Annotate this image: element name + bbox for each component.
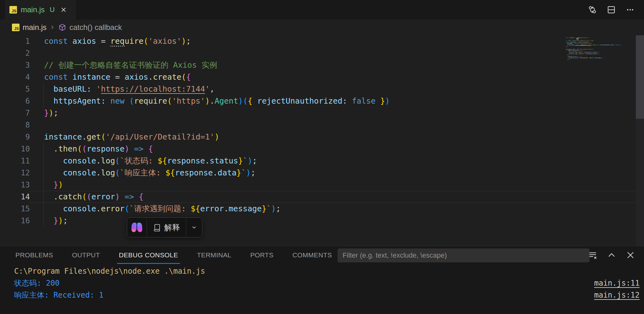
code-line[interactable]: 1const axios = require('axios'); <box>0 35 644 47</box>
line-number[interactable]: 5 <box>0 83 30 95</box>
line-number[interactable]: 7 <box>0 107 30 119</box>
code-text: baseURL: 'https://localhost:7144', <box>44 83 215 95</box>
close-panel-icon[interactable] <box>625 250 636 260</box>
compare-changes-icon[interactable] <box>587 5 597 15</box>
code-text: }); <box>44 107 58 119</box>
editor-scrollbar[interactable] <box>636 35 644 246</box>
line-number[interactable]: 6 <box>0 95 30 107</box>
close-tab-icon[interactable] <box>60 7 67 13</box>
chevron-right-icon: › <box>51 22 54 32</box>
panel-tab-debug-console[interactable]: DEBUG CONSOLE <box>117 246 180 264</box>
clear-console-icon[interactable] <box>587 250 598 260</box>
code-line[interactable]: 4const instance = axios.create({ <box>0 71 644 83</box>
console-row: 状态码: 200main.js:11 <box>0 277 644 289</box>
panel-tab-problems[interactable]: PROBLEMS <box>14 246 55 264</box>
code-line[interactable]: 11 console.log(`状态码: ${response.status}`… <box>0 155 644 167</box>
code-line[interactable]: 2 <box>0 47 644 59</box>
code-text: .then((response) => { <box>44 143 153 155</box>
source-link[interactable]: main.js:11 <box>594 277 640 289</box>
code-text: }); <box>44 215 68 227</box>
editor-actions <box>587 0 635 20</box>
ai-inline-toolbar: 解释 <box>127 217 202 237</box>
tab-label: main.js <box>21 5 45 14</box>
code-line[interactable]: 16 }); <box>0 215 644 227</box>
code-text: console.log(`状态码: ${response.status}`); <box>44 155 257 167</box>
breadcrumb-symbol[interactable]: catch() callback <box>70 23 122 32</box>
code-text: const instance = axios.create({ <box>44 71 191 83</box>
console-row: C:\Program Files\nodejs\node.exe .\main.… <box>0 265 644 277</box>
panel-tab-terminal[interactable]: TERMINAL <box>195 246 233 264</box>
panel-tabs: PROBLEMSOUTPUTDEBUG CONSOLETERMINALPORTS… <box>14 246 334 264</box>
code-line[interactable]: 13 }) <box>0 179 644 191</box>
code-line[interactable]: 10 .then((response) => { <box>0 143 644 155</box>
vscode-window: JS main.js U <box>0 0 644 314</box>
more-actions-icon[interactable] <box>625 5 635 15</box>
line-number[interactable]: 14 <box>0 191 30 203</box>
line-number[interactable]: 8 <box>0 119 30 131</box>
line-number[interactable]: 15 <box>0 203 30 215</box>
ai-brain-button[interactable] <box>127 218 147 237</box>
code-line[interactable]: 8 <box>0 119 644 131</box>
line-number[interactable]: 10 <box>0 143 30 155</box>
debug-console-output: C:\Program Files\nodejs\node.exe .\main.… <box>0 265 644 301</box>
split-editor-icon[interactable] <box>606 5 616 15</box>
line-number[interactable]: 4 <box>0 71 30 83</box>
source-link[interactable]: main.js:12 <box>594 289 640 301</box>
line-number[interactable]: 16 <box>0 215 30 227</box>
bottom-panel: PROBLEMSOUTPUTDEBUG CONSOLETERMINALPORTS… <box>0 246 644 314</box>
line-number[interactable]: 3 <box>0 59 30 71</box>
book-icon <box>153 223 161 231</box>
line-number[interactable]: 1 <box>0 35 30 47</box>
panel-actions <box>587 246 636 264</box>
tab-main-js[interactable]: JS main.js U <box>5 0 76 20</box>
ai-more-options[interactable] <box>186 218 202 237</box>
code-editor[interactable]: 1const axios = require('axios');23// 创建一… <box>0 35 644 246</box>
panel-tab-ports[interactable]: PORTS <box>248 246 275 264</box>
code-line[interactable]: 3// 创建一个忽略自签名证书验证的 Axios 实例 <box>0 59 644 71</box>
console-row: 响应主体: Received: 1main.js:12 <box>0 289 644 301</box>
js-file-icon: JS <box>9 6 17 14</box>
line-number[interactable]: 9 <box>0 131 30 143</box>
code-text: httpsAgent: new (require('https').Agent)… <box>44 95 390 107</box>
panel-tab-output[interactable]: OUTPUT <box>70 246 102 264</box>
line-number[interactable]: 12 <box>0 167 30 179</box>
code-line[interactable]: 5 baseURL: 'https://localhost:7144', <box>0 83 644 95</box>
console-text: 响应主体: Received: 1 <box>14 291 104 300</box>
code-line[interactable]: 9instance.get('/api/User/Detail?id=1') <box>0 131 644 143</box>
tab-strip: JS main.js U <box>0 0 644 20</box>
scrollbar-slider[interactable] <box>636 35 644 119</box>
maximize-panel-icon[interactable] <box>606 250 617 260</box>
code-line[interactable]: 12 console.log(`响应主体: ${response.data}`)… <box>0 167 644 179</box>
breadcrumb-file[interactable]: main.js <box>23 23 47 32</box>
code-line[interactable]: 6 httpsAgent: new (require('https').Agen… <box>0 95 644 107</box>
code-text: .catch((error) => { <box>44 191 143 203</box>
code-text: const axios = require('axios'); <box>44 35 191 47</box>
code-line[interactable]: 15 console.error(`请求遇到问题: ${error.messag… <box>0 203 644 215</box>
console-text: 状态码: 200 <box>14 279 59 288</box>
js-file-icon: JS <box>12 24 20 31</box>
console-filter-input[interactable] <box>338 248 590 262</box>
panel-tab-comments[interactable]: COMMENTS <box>290 246 334 264</box>
brain-icon <box>132 223 142 232</box>
code-line[interactable]: 7}); <box>0 107 644 119</box>
explain-label: 解释 <box>164 222 180 233</box>
line-number[interactable]: 2 <box>0 47 30 59</box>
chevron-down-icon <box>191 224 197 231</box>
code-text: console.log(`响应主体: ${response.data}`); <box>44 167 255 179</box>
code-text: instance.get('/api/User/Detail?id=1') <box>44 131 219 143</box>
explain-button[interactable]: 解释 <box>147 218 186 237</box>
code-text: // 创建一个忽略自签名证书验证的 Axios 实例 <box>44 59 217 71</box>
line-number[interactable]: 13 <box>0 179 30 191</box>
code-text: }) <box>44 179 63 191</box>
untracked-badge: U <box>50 6 55 14</box>
console-text: C:\Program Files\nodejs\node.exe .\main.… <box>14 267 205 276</box>
code-text: console.error(`请求遇到问题: ${error.message}`… <box>44 203 281 215</box>
code-lines: 1const axios = require('axios');23// 创建一… <box>0 35 644 227</box>
code-line[interactable]: 14 .catch((error) => { <box>0 191 644 203</box>
symbol-cube-icon <box>58 23 66 31</box>
line-number[interactable]: 11 <box>0 155 30 167</box>
breadcrumb: JS main.js › catch() callback <box>0 20 644 35</box>
